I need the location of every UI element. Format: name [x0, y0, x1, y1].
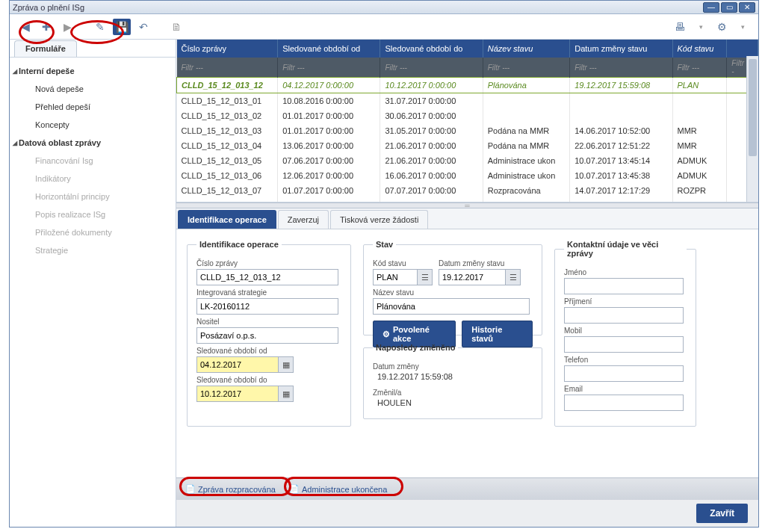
- sidebar-item-nova-depese[interactable]: Nová depeše: [11, 80, 174, 98]
- input-prijmeni[interactable]: [564, 307, 684, 324]
- label-is: Integrovaná strategie: [196, 288, 341, 297]
- table-cell: 30.06.2017 0:00:00: [380, 108, 483, 123]
- table-row[interactable]: CLLD_15_12_013_1204.12.2017 0:00:0010.12…: [177, 78, 758, 93]
- table-cell: CLLD_15_12_013_03: [177, 123, 278, 138]
- print-icon[interactable]: 🖶: [672, 19, 688, 35]
- input-cislo[interactable]: [196, 269, 338, 285]
- table-cell: [570, 108, 672, 123]
- table-cell: 10.12.2017 0:00:00: [380, 78, 483, 93]
- tab-zaverzuj[interactable]: Zaverzuj: [278, 210, 329, 229]
- close-button[interactable]: Zavřít: [696, 504, 748, 523]
- table-cell: [483, 108, 569, 123]
- table-cell: 07.06.2017 0:00:00: [380, 198, 483, 202]
- list-icon[interactable]: ☰: [417, 270, 432, 285]
- maximize-button[interactable]: ▭: [721, 2, 737, 13]
- filter-c4[interactable]: Filtr ---: [483, 58, 569, 78]
- gear-icon[interactable]: ⚙: [713, 19, 730, 35]
- undo-icon[interactable]: ↶: [135, 19, 152, 35]
- calendar-icon[interactable]: ▦: [278, 357, 293, 372]
- tab-identifikace[interactable]: Identifikace operace: [178, 210, 276, 229]
- nav-prev-icon[interactable]: ◀: [17, 19, 34, 35]
- save-icon[interactable]: 💾: [113, 19, 131, 35]
- table-cell: ADMUK: [672, 153, 727, 168]
- table-cell: 01.01.2017 0:00:00: [278, 123, 380, 138]
- table-cell: 12.07.2017 9:34:35: [570, 198, 672, 202]
- col-kod-stavu[interactable]: Kód stavu: [672, 40, 727, 58]
- dropdown-icon[interactable]: ▾: [693, 19, 709, 35]
- label-datum-zmeny2: Datum změny: [373, 362, 533, 371]
- fieldset-identifikace: Identifikace operace Číslo zprávy Integr…: [187, 240, 351, 427]
- table-row[interactable]: CLLD_15_12_013_0801.06.2017 0:00:0007.06…: [177, 198, 758, 202]
- sidebar-item-koncepty[interactable]: Koncepty: [11, 116, 174, 134]
- new-icon[interactable]: ✚: [38, 19, 55, 35]
- link-zprava-rozpracovana[interactable]: 📄 Zpráva rozpracována: [185, 484, 276, 494]
- tab-formulare[interactable]: Formuláře: [14, 40, 77, 57]
- col-cislo[interactable]: Číslo zprávy: [177, 40, 278, 58]
- table-cell: 19.12.2017 15:59:08: [570, 78, 672, 93]
- sidebar-item-strategie[interactable]: Strategie: [11, 241, 174, 259]
- dropdown-icon-2[interactable]: ▾: [734, 19, 751, 35]
- grid-scrollbar[interactable]: [746, 56, 758, 202]
- table-cell: 01.01.2017 0:00:00: [278, 108, 380, 123]
- table-row[interactable]: CLLD_15_12_013_0507.06.2017 0:00:0021.06…: [177, 153, 758, 168]
- link-administrace-ukoncena[interactable]: 📄 Administrace ukončena: [289, 484, 387, 494]
- col-nazev-stavu[interactable]: Název stavu: [483, 40, 569, 58]
- input-telefon[interactable]: [564, 365, 684, 382]
- sidebar-item-dokumenty[interactable]: Přiložené dokumenty: [11, 223, 174, 241]
- input-is[interactable]: [196, 298, 338, 315]
- label-jmeno: Jméno: [564, 268, 687, 276]
- col-blank: [727, 40, 758, 58]
- value-datum-zmeny2: 19.12.2017 15:59:08: [373, 372, 533, 381]
- sidebar-item-popis[interactable]: Popis realizace ISg: [11, 205, 174, 223]
- table-cell: CLLD_15_12_013_08: [177, 198, 278, 202]
- sidebar-group-datova[interactable]: Datová oblast zprávy: [11, 134, 174, 152]
- filter-c2[interactable]: Filtr ---: [278, 58, 380, 78]
- col-datum-zmeny[interactable]: Datum změny stavu: [570, 40, 672, 58]
- document-icon[interactable]: 🗎: [168, 19, 185, 35]
- nav-next-icon[interactable]: ▶: [59, 19, 75, 35]
- filter-c6[interactable]: Filtr ---: [672, 58, 727, 78]
- splitter[interactable]: ═: [176, 202, 758, 208]
- close-window-button[interactable]: ✕: [739, 2, 755, 13]
- sidebar-group-depese[interactable]: Interní depeše: [11, 62, 174, 80]
- sidebar-item-financovani[interactable]: Financování Isg: [11, 152, 174, 170]
- table-row[interactable]: CLLD_15_12_013_0413.06.2017 0:00:0021.06…: [177, 138, 758, 153]
- list-icon[interactable]: ☰: [505, 270, 520, 285]
- input-email[interactable]: [564, 395, 684, 411]
- table-row[interactable]: CLLD_15_12_013_0110.08.2016 0:00:0031.07…: [177, 93, 758, 109]
- tab-tiskova[interactable]: Tisková verze žádosti: [330, 210, 428, 229]
- grid-scroll-thumb[interactable]: [749, 59, 757, 156]
- filter-c1[interactable]: Filtr ---: [177, 58, 278, 78]
- input-jmeno[interactable]: [564, 278, 684, 294]
- legend-kontakt: Kontaktní údaje ve věci zprávy: [564, 240, 687, 258]
- fieldset-stav: Stav Kód stavu ☰ Datum změny stavu ☰: [363, 240, 542, 335]
- table-cell: Rozpracována: [483, 183, 569, 198]
- filter-c5[interactable]: Filtr ---: [570, 58, 672, 78]
- col-od[interactable]: Sledované období od: [278, 40, 380, 58]
- edit-icon[interactable]: ✎: [92, 19, 108, 35]
- label-datum-zmeny: Datum změny stavu: [439, 259, 521, 267]
- table-cell: [483, 93, 569, 109]
- table-cell: CLLD_15_12_013_04: [177, 138, 278, 153]
- input-mobil[interactable]: [564, 336, 684, 353]
- table-row[interactable]: CLLD_15_12_013_0201.01.2017 0:00:0030.06…: [177, 108, 758, 123]
- table-cell: PLAN: [672, 78, 727, 93]
- table-row[interactable]: CLLD_15_12_013_0612.06.2017 0:00:0016.06…: [177, 168, 758, 183]
- input-nositel[interactable]: [196, 327, 338, 344]
- filter-c3[interactable]: Filtr ---: [380, 58, 483, 78]
- col-do[interactable]: Sledované období do: [380, 40, 483, 58]
- input-nazev-stavu[interactable]: [373, 298, 530, 315]
- main-toolbar: ◀ ✚ ▶ ✎ 💾 ↶ 🗎 🖶 ▾ ⚙ ▾: [10, 14, 758, 40]
- minimize-button[interactable]: —: [703, 2, 719, 13]
- sidebar-item-indikatory[interactable]: Indikátory: [11, 170, 174, 188]
- sidebar-item-horizontalni[interactable]: Horizontální principy: [11, 188, 174, 205]
- calendar-icon[interactable]: ▦: [278, 386, 293, 401]
- table-row[interactable]: CLLD_15_12_013_0301.01.2017 0:00:0031.05…: [177, 123, 758, 138]
- table-cell: MMR: [672, 138, 727, 153]
- reports-table[interactable]: Číslo zprávy Sledované období od Sledova…: [176, 40, 758, 202]
- window-title: Zpráva o plnění ISg: [13, 3, 84, 12]
- sidebar-item-prehled-depesi[interactable]: Přehled depeší: [11, 98, 174, 116]
- table-cell: 13.06.2017 0:00:00: [278, 138, 380, 153]
- table-row[interactable]: CLLD_15_12_013_0701.07.2017 0:00:0007.07…: [177, 183, 758, 198]
- table-cell: CLLD_15_12_013_07: [177, 183, 278, 198]
